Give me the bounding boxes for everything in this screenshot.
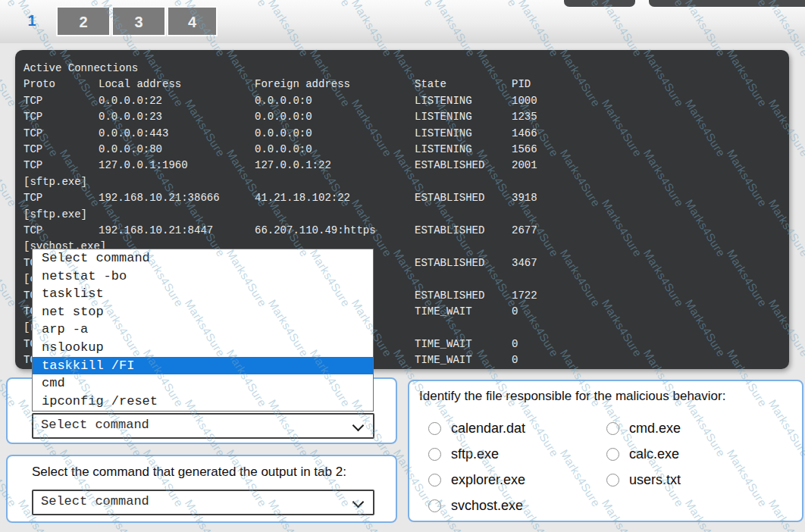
command-select-tab1[interactable]: Select command (32, 413, 374, 439)
dropdown-option-cmd[interactable]: cmd (33, 374, 373, 393)
radio-button[interactable] (428, 499, 441, 512)
chevron-down-icon (352, 420, 365, 432)
state-cell: LISTENING (415, 143, 472, 155)
dropdown-option-ipconfig-reset[interactable]: ipconfig /reset (33, 393, 373, 411)
state-cell: ESTABLISHED (415, 224, 484, 236)
dropdown-option-arp-a[interactable]: arp -a (33, 321, 373, 339)
tab-1[interactable]: 1 (11, 6, 53, 36)
proto-cell: Proto (23, 78, 55, 90)
command-dropdown-list[interactable]: Select commandnetstat -botasklistnet sto… (32, 249, 374, 412)
local-cell: 192.168.10.21:38666 (99, 192, 220, 204)
pid-cell: 1722 (512, 289, 537, 302)
terminal-row: TCP0.0.0.0:230.0.0.0:0LISTENING1235 (15, 111, 789, 127)
pid-cell: 1466 (512, 127, 537, 139)
state-cell: TIME_WAIT (415, 338, 472, 350)
command-select-tab2[interactable]: Select command (32, 490, 374, 515)
radio-option-cmd-exe[interactable]: cmd.exe (606, 421, 681, 437)
tab-3[interactable]: 3 (111, 6, 166, 36)
dropdown-option-nslookup[interactable]: nslookup (33, 339, 373, 357)
top-cutoff-pill-right (649, 0, 805, 7)
radio-button[interactable] (606, 422, 619, 435)
radio-option-calc-exe[interactable]: calc.exe (606, 446, 679, 462)
radio-label: svchost.exe (451, 498, 523, 514)
local-cell: 0.0.0.0:23 (99, 111, 162, 123)
identify-file-panel: Identify the file responsible for the ma… (408, 380, 803, 522)
command-question-panel-tab2: Select the command that generated the ou… (6, 455, 397, 523)
foreign-cell: 41.21.18.102:22 (255, 192, 350, 204)
proto-cell: TCP (23, 95, 42, 107)
terminal-row: [sftp.exe] (15, 176, 789, 192)
foreign-cell: 0.0.0.0:0 (255, 127, 312, 139)
state-cell: State (415, 78, 446, 90)
proto-cell: TCP (23, 192, 42, 204)
chevron-down-icon (352, 496, 365, 509)
terminal-row: TCP0.0.0.0:220.0.0.0:0LISTENING1000 (15, 95, 789, 111)
state-cell: ESTABLISHED (415, 159, 484, 171)
state-cell: LISTENING (415, 127, 472, 139)
terminal-title: Active Connections (23, 62, 138, 74)
command-select-tab2-value: Select command (41, 494, 149, 509)
radio-button[interactable] (606, 448, 619, 461)
dropdown-option-tasklist[interactable]: tasklist (33, 285, 373, 303)
local-cell: 0.0.0.0:443 (99, 127, 168, 139)
radio-option-explorer-exe[interactable]: explorer.exe (428, 472, 525, 488)
radio-button[interactable] (428, 422, 441, 435)
pid-cell: 2001 (512, 159, 537, 171)
local-cell: 0.0.0.0:80 (99, 143, 162, 155)
foreign-cell: 127.0.0.1:22 (255, 159, 331, 171)
pid-cell: 0 (512, 305, 518, 318)
terminal-row: [sftp.exe] (15, 208, 789, 224)
foreign-cell: 66.207.110.49:https (255, 224, 376, 236)
foreign-cell: 0.0.0.0:0 (255, 95, 312, 107)
pid-cell: 2677 (512, 224, 537, 236)
dropdown-option-net-stop[interactable]: net stop (33, 303, 373, 321)
radio-button[interactable] (606, 474, 619, 487)
tab-4[interactable]: 4 (167, 6, 218, 36)
pid-cell: 0 (512, 354, 518, 366)
state-cell: ESTABLISHED (415, 257, 484, 269)
dropdown-option-netstat-bo[interactable]: netstat -bo (33, 268, 373, 286)
local-cell: 0.0.0.0:22 (99, 95, 162, 107)
radio-button[interactable] (428, 448, 441, 461)
local-cell: 127.0.0.1:1960 (99, 159, 188, 171)
pid-cell: 1566 (512, 143, 537, 155)
identify-question-label: Identify the file responsible for the ma… (419, 389, 725, 404)
radio-option-sftp-exe[interactable]: sftp.exe (428, 446, 499, 462)
command-select-tab1-value: Select command (41, 418, 149, 432)
process-name-cell: [sftp.exe] (23, 176, 87, 188)
radio-label: explorer.exe (451, 472, 525, 488)
state-cell: ESTABLISHED (415, 192, 484, 204)
state-cell: ESTABLISHED (415, 289, 484, 302)
radio-option-users-txt[interactable]: users.txt (606, 472, 681, 488)
terminal-row: TCP127.0.0.1:1960127.0.0.1:22ESTABLISHED… (15, 159, 789, 175)
terminal-row: TCP192.168.10.21:3866641.21.18.102:22EST… (15, 192, 789, 208)
foreign-cell: Foreign address (255, 78, 350, 90)
radio-label: cmd.exe (629, 421, 681, 437)
pid-cell: 1000 (512, 95, 537, 107)
proto-cell: TCP (23, 224, 42, 236)
dropdown-option-select-command[interactable]: Select command (33, 249, 373, 268)
proto-cell: TCP (23, 111, 42, 123)
dropdown-option-taskkill-fi[interactable]: taskkill /FI (33, 357, 373, 375)
foreign-cell: 0.0.0.0:0 (255, 111, 312, 123)
proto-cell: TCP (23, 143, 42, 155)
proto-cell: TCP (23, 159, 42, 171)
proto-cell: TCP (23, 127, 42, 139)
pid-cell: 0 (512, 338, 518, 350)
radio-label: calendar.dat (451, 421, 525, 437)
radio-label: users.txt (629, 472, 681, 488)
local-cell: 192.168.10.21:8447 (99, 224, 213, 236)
local-cell: Local address (99, 78, 181, 90)
pid-cell: 1235 (512, 111, 537, 123)
terminal-header-row: ProtoLocal addressForeign addressStatePI… (15, 78, 789, 94)
pid-cell: 3467 (512, 257, 537, 269)
terminal-row: TCP0.0.0.0:4430.0.0.0:0LISTENING1466 (15, 127, 789, 143)
pid-cell: PID (512, 78, 531, 90)
foreign-cell: 0.0.0.0:0 (255, 143, 312, 155)
radio-option-svchost-exe[interactable]: svchost.exe (428, 498, 523, 514)
process-name-cell: [sftp.exe] (23, 208, 87, 221)
radio-label: sftp.exe (451, 446, 499, 462)
tab-2[interactable]: 2 (56, 6, 111, 36)
radio-option-calendar-dat[interactable]: calendar.dat (428, 421, 525, 437)
radio-button[interactable] (428, 474, 441, 487)
